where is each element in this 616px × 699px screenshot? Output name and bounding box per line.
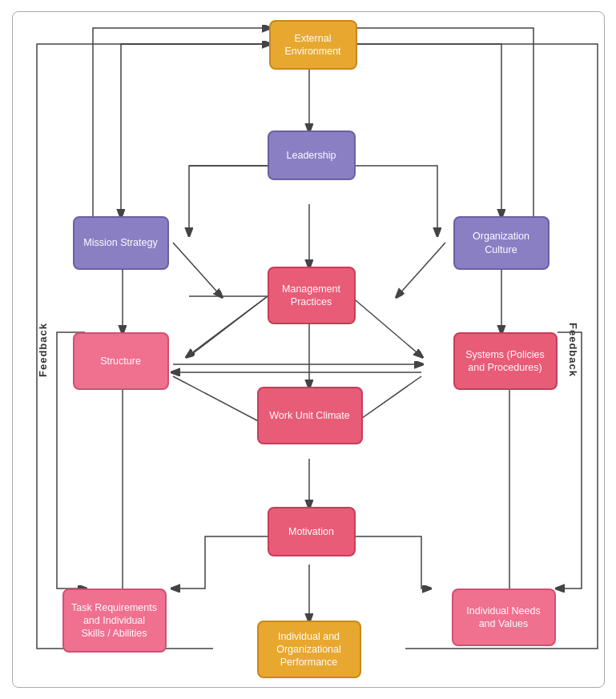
- node-motivation: Motivation: [268, 507, 356, 556]
- node-individual-org-performance: Individual and Organizational Performanc…: [257, 621, 361, 678]
- svg-line-10: [173, 376, 268, 426]
- svg-line-7: [187, 296, 268, 356]
- diagram-container: Feedback Feedback: [12, 11, 605, 688]
- node-work-unit-climate: Work Unit Climate: [257, 387, 363, 444]
- node-leadership: Leadership: [268, 131, 356, 180]
- feedback-left-label: Feedback: [37, 323, 49, 377]
- node-external-environment: External Environment: [269, 20, 357, 70]
- node-management-practices: Management Practices: [268, 267, 356, 324]
- node-organization-culture: Organization Culture: [453, 216, 550, 270]
- svg-line-8: [351, 296, 421, 356]
- node-structure: Structure: [73, 332, 169, 390]
- node-systems: Systems (Policies and Procedures): [453, 332, 558, 390]
- feedback-right-label: Feedback: [567, 323, 579, 377]
- node-mission-strategy: Mission Strategy: [73, 216, 169, 270]
- node-task-requirements: Task Requirements and Individual Skills …: [62, 589, 167, 653]
- node-individual-needs: Individual Needs and Values: [452, 589, 556, 646]
